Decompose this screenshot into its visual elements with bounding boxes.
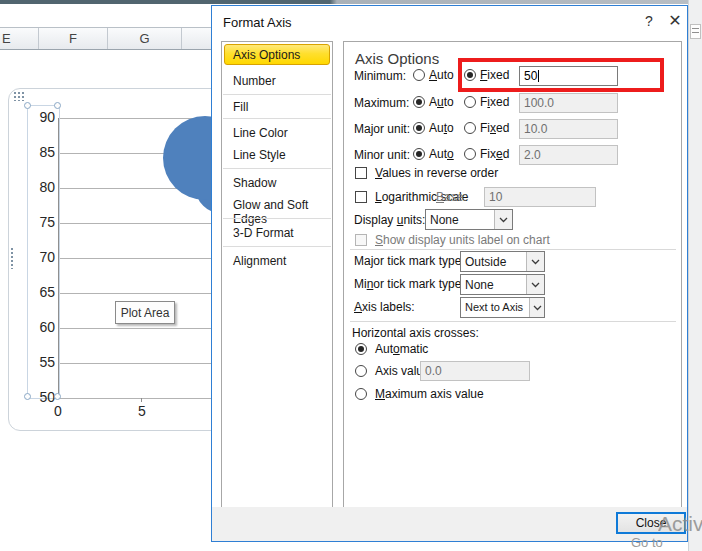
chevron-down-icon[interactable] [526, 275, 544, 294]
crosses-axis-value-input: 0.0 [420, 361, 530, 381]
major-unit-fixed-radio[interactable] [464, 122, 476, 134]
plot-area-tooltip: Plot Area [115, 301, 175, 324]
column-header-row: E F G [0, 27, 212, 50]
dialog-title: Format Axis [223, 15, 292, 30]
sidebar-separator [223, 118, 331, 119]
excel-top-bar [0, 0, 702, 4]
crosses-automatic-radio[interactable] [355, 343, 367, 355]
display-units-value: None [430, 213, 459, 227]
column-header[interactable]: E [0, 28, 39, 49]
values-reverse-checkbox[interactable] [355, 167, 367, 179]
maximum-auto-label[interactable]: Auto [429, 95, 454, 109]
display-units-label: Display units: [354, 213, 425, 227]
sidebar-separator [223, 246, 331, 247]
y-axis-label[interactable]: 70 [23, 249, 55, 265]
dialog-sidebar: Axis Options Number Fill Line Color Line… [221, 41, 333, 509]
display-units-dropdown[interactable]: None [425, 209, 513, 230]
maximum-label: Maximum: [354, 96, 409, 110]
chevron-down-icon[interactable] [526, 252, 544, 271]
major-unit-label: Major unit: [354, 122, 410, 136]
red-highlight-box [458, 58, 664, 92]
minor-unit-value-input: 2.0 [519, 145, 618, 165]
sidebar-separator [223, 168, 331, 169]
axis-labels-value: Next to Axis [465, 301, 523, 313]
sidebar-item-line-color[interactable]: Line Color [225, 124, 329, 142]
chevron-down-icon[interactable] [529, 298, 544, 317]
y-axis-label[interactable]: 55 [23, 354, 55, 370]
y-axis-label[interactable]: 80 [23, 179, 55, 195]
values-reverse-label[interactable]: Values in reverse order [375, 166, 498, 180]
minor-unit-fixed-label[interactable]: Fixed [480, 147, 509, 161]
show-units-label: Show display units label on chart [375, 233, 550, 247]
chart-edge-grip[interactable] [10, 247, 14, 269]
format-axis-dialog: Format Axis ? ✕ Axis Options Number Fill… [211, 5, 688, 542]
axis-labels-label: Axis labels: [354, 300, 415, 314]
log-scale-checkbox[interactable] [355, 191, 367, 203]
minor-unit-fixed-radio[interactable] [464, 148, 476, 160]
sidebar-item-glow[interactable]: Glow and Soft Edges [225, 196, 329, 214]
sidebar-item-axis-options[interactable]: Axis Options [224, 44, 330, 65]
activate-watermark-line1: Activ [658, 512, 702, 536]
sidebar-item-alignment[interactable]: Alignment [225, 252, 329, 270]
major-tick-dropdown[interactable]: Outside [460, 251, 545, 272]
help-icon[interactable]: ? [640, 13, 658, 31]
panel-separator [350, 249, 676, 250]
minor-unit-label: Minor unit: [354, 148, 410, 162]
maximum-auto-radio[interactable] [413, 96, 425, 108]
x-axis-label[interactable]: 5 [135, 403, 149, 419]
chart-corner-grip[interactable] [13, 91, 25, 101]
x-axis-label[interactable]: 0 [51, 403, 65, 419]
maximum-fixed-radio[interactable] [464, 96, 476, 108]
selection-handle[interactable] [24, 102, 31, 109]
maximum-fixed-label[interactable]: Fixed [480, 95, 509, 109]
base-label: Base: [436, 190, 467, 204]
minor-unit-auto-label[interactable]: Auto [429, 147, 454, 161]
column-header[interactable]: F [39, 28, 107, 49]
sidebar-separator [223, 94, 331, 95]
y-axis-label[interactable]: 85 [23, 144, 55, 160]
minor-unit-auto-radio[interactable] [413, 148, 425, 160]
sidebar-item-line-style[interactable]: Line Style [225, 146, 329, 164]
minimum-label: Minimum: [354, 69, 406, 83]
x-axis-tick [141, 398, 142, 402]
crosses-automatic-label[interactable]: Automatic [375, 342, 428, 356]
sidebar-item-3d-format[interactable]: 3-D Format [225, 224, 329, 242]
crosses-maximum-label[interactable]: Maximum axis value [375, 387, 484, 401]
maximum-value-input: 100.0 [519, 93, 618, 113]
y-axis-label[interactable]: 75 [23, 214, 55, 230]
sidebar-item-shadow[interactable]: Shadow [225, 174, 329, 192]
screen: E F G 90 85 80 75 70 65 60 55 50 0 5 [0, 0, 702, 551]
minor-tick-label: Minor tick mark type: [354, 277, 465, 291]
close-icon[interactable]: ✕ [666, 11, 684, 29]
minimum-auto-label[interactable]: Auto [429, 68, 454, 82]
crosses-maximum-radio[interactable] [355, 388, 367, 400]
major-tick-value: Outside [465, 255, 506, 269]
selection-handle[interactable] [54, 102, 61, 109]
scrollbar-split-box[interactable] [690, 24, 701, 39]
sidebar-item-number[interactable]: Number [225, 72, 329, 90]
major-unit-fixed-label[interactable]: Fixed [480, 121, 509, 135]
chevron-down-icon[interactable] [494, 210, 512, 229]
base-value-input: 10 [484, 187, 596, 207]
selection-handle[interactable] [24, 393, 31, 400]
column-header[interactable] [182, 28, 212, 49]
activate-watermark-line2: Go to [631, 535, 663, 550]
column-header[interactable]: G [108, 28, 183, 49]
panel-separator [350, 321, 676, 322]
y-axis-label[interactable]: 90 [23, 109, 55, 125]
sidebar-separator [223, 218, 331, 219]
y-axis-label[interactable]: 65 [23, 284, 55, 300]
axis-labels-dropdown[interactable]: Next to Axis [460, 297, 545, 318]
major-unit-auto-label[interactable]: Auto [429, 121, 454, 135]
crosses-axis-value-radio[interactable] [355, 365, 367, 377]
y-axis-label[interactable]: 60 [23, 319, 55, 335]
panel-heading: Axis Options [355, 50, 439, 67]
minor-tick-dropdown[interactable]: None [460, 274, 545, 295]
sidebar-item-fill[interactable]: Fill [225, 98, 329, 116]
minimum-auto-radio[interactable] [413, 69, 425, 81]
minor-tick-value: None [465, 278, 494, 292]
major-unit-auto-radio[interactable] [413, 122, 425, 134]
show-units-checkbox [355, 234, 367, 246]
selection-handle[interactable] [54, 393, 61, 400]
window-right-strip [688, 0, 702, 551]
